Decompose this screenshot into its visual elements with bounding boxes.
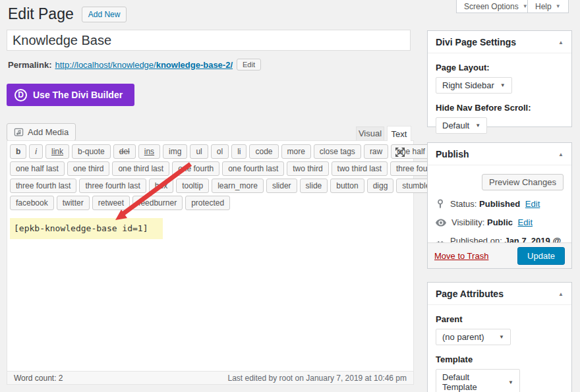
quicktag-digg[interactable]: digg	[367, 179, 394, 193]
quicktag-one-half-last[interactable]: one half last	[10, 161, 65, 176]
add-new-button[interactable]: Add New	[82, 7, 127, 22]
collapse-toggle-icon[interactable]: ▲	[558, 40, 564, 45]
fullscreen-expand-icon[interactable]	[395, 147, 405, 159]
update-button[interactable]: Update	[517, 247, 565, 265]
permalink-label: Permalink:	[8, 60, 51, 70]
collapse-toggle-icon[interactable]: ▲	[558, 291, 564, 297]
chevron-down-icon: ▼	[500, 82, 506, 88]
move-to-trash-link[interactable]: Move to Trash	[434, 251, 488, 261]
quicktags-toolbar: bilinkb-quotedelinsimgulollicodemoreclos…	[7, 141, 413, 214]
quicktag-retweet[interactable]: retweet	[92, 196, 130, 210]
media-icon	[14, 128, 24, 137]
quicktag-box[interactable]: box	[149, 179, 173, 193]
help-label: Help	[535, 2, 552, 11]
quicktag-protected[interactable]: protected	[185, 196, 230, 210]
eye-icon	[436, 219, 446, 227]
pin-status-icon	[436, 199, 445, 209]
visibility-label: Visibility:	[451, 217, 484, 227]
visibility-row: Visibility: Public Edit	[436, 217, 564, 227]
quicktag-close-tags[interactable]: close tags	[314, 144, 361, 159]
quicktag-one-third[interactable]: one third	[67, 161, 110, 176]
quicktag-facebook[interactable]: facebook	[10, 196, 54, 210]
publish-footer: Move to Trash Update	[428, 242, 571, 268]
permalink-edit-button[interactable]: Edit	[237, 59, 261, 70]
screen-options-label: Screen Options	[464, 2, 519, 11]
permalink-row: Permalink: http://localhost/knowledge/kn…	[8, 59, 261, 70]
quicktag-i[interactable]: i	[29, 144, 43, 159]
parent-label: Parent	[436, 314, 564, 324]
divi-panel-title: Divi Page Settings	[436, 37, 516, 47]
page-attributes-header[interactable]: Page Attributes ▲	[428, 283, 571, 305]
hide-nav-select[interactable]: Default ▼	[436, 117, 487, 134]
quicktag-two-third[interactable]: two third	[287, 161, 328, 176]
divi-page-settings-panel: Divi Page Settings ▲ Page Layout: Right …	[427, 30, 572, 127]
quicktag-one-third-last[interactable]: one third last	[112, 161, 169, 176]
quicktag-slide[interactable]: slide	[300, 179, 328, 193]
edit-status-link[interactable]: Edit	[525, 199, 540, 209]
page-attributes-title: Page Attributes	[436, 289, 504, 299]
quicktag-three-fourth-last[interactable]: three fourth last	[10, 179, 76, 193]
edit-visibility-link[interactable]: Edit	[518, 217, 533, 227]
quicktag-three-fourth-last[interactable]: three fourth last	[79, 179, 146, 193]
quicktag-b[interactable]: b	[10, 144, 26, 159]
divi-panel-header[interactable]: Divi Page Settings ▲	[428, 31, 571, 53]
post-title-input[interactable]	[7, 30, 411, 51]
chevron-down-icon: ▼	[499, 334, 504, 340]
word-count: Word count: 2	[14, 374, 63, 383]
quicktag-two-third-last[interactable]: two third last	[332, 161, 388, 176]
divi-logo-icon: D	[14, 89, 27, 101]
collapse-toggle-icon[interactable]: ▲	[558, 152, 564, 157]
tab-text[interactable]: Text	[387, 126, 411, 141]
parent-select[interactable]: (no parent) ▼	[436, 329, 511, 345]
quicktag-tooltip[interactable]: tooltip	[176, 179, 209, 193]
divi-button-label: Use The Divi Builder	[33, 90, 123, 100]
quicktag-learn_more[interactable]: learn_more	[212, 179, 264, 193]
quicktag-ins[interactable]: ins	[138, 144, 160, 159]
publish-panel-header[interactable]: Publish ▲	[428, 143, 571, 165]
page-layout-label: Page Layout:	[436, 63, 564, 72]
tab-visual[interactable]: Visual	[356, 126, 384, 141]
editor-statusbar: Word count: 2 Last edited by root on Jan…	[7, 371, 413, 384]
kb-shortcode-text: [epkb-knowledge-base id=1]	[10, 218, 163, 239]
publish-panel-title: Publish	[436, 149, 469, 159]
quicktag-raw[interactable]: raw	[364, 144, 388, 159]
quicktag-li[interactable]: li	[231, 144, 246, 159]
quicktag-more[interactable]: more	[281, 144, 311, 159]
quicktag-b-quote[interactable]: b-quote	[72, 144, 111, 159]
screen-options-button[interactable]: Screen Options ▼	[456, 0, 536, 13]
permalink-link[interactable]: http://localhost/knowledge/knowledge-bas…	[55, 60, 233, 70]
quicktag-one-fourth-last[interactable]: one fourth last	[222, 161, 284, 176]
chevron-down-icon: ▼	[475, 123, 480, 128]
use-divi-builder-button[interactable]: D Use The Divi Builder	[7, 84, 134, 106]
add-media-button[interactable]: Add Media	[7, 123, 76, 141]
visibility-value: Public	[487, 217, 513, 227]
quicktag-del[interactable]: del	[113, 144, 136, 159]
quicktag-link[interactable]: link	[45, 144, 69, 159]
page-title: Edit Page	[8, 5, 74, 23]
quicktag-one-fourth[interactable]: one fourth	[172, 161, 219, 176]
template-label: Template	[436, 354, 564, 364]
quicktag-slider[interactable]: slider	[266, 179, 297, 193]
quicktag-ul[interactable]: ul	[190, 144, 208, 159]
quicktag-button[interactable]: button	[330, 179, 364, 193]
quicktag-feedburner[interactable]: feedburner	[132, 196, 183, 210]
chevron-down-icon: ▼	[508, 379, 513, 385]
add-media-label: Add Media	[28, 127, 69, 137]
preview-changes-button[interactable]: Preview Changes	[482, 174, 564, 190]
publish-panel: Publish ▲ Preview Changes Status: Publis…	[427, 142, 572, 269]
status-label: Status:	[450, 199, 477, 209]
template-select[interactable]: Default Template ▼	[436, 369, 520, 392]
page-attributes-panel: Page Attributes ▲ Parent (no parent) ▼ T…	[427, 282, 572, 392]
quicktag-code[interactable]: code	[249, 144, 278, 159]
status-value: Published	[479, 199, 520, 209]
last-edited-text: Last edited by root on January 7, 2019 a…	[227, 374, 407, 383]
page-header: Edit Page Add New	[8, 5, 127, 23]
quicktag-ol[interactable]: ol	[211, 144, 229, 159]
page-layout-select[interactable]: Right Sidebar ▼	[436, 77, 512, 94]
editor-textarea[interactable]: [epkb-knowledge-base id=1]	[7, 214, 413, 374]
quicktag-img[interactable]: img	[163, 144, 187, 159]
help-button[interactable]: Help ▼	[527, 0, 569, 13]
quicktag-twitter[interactable]: twitter	[57, 196, 90, 210]
status-row: Status: Published Edit	[436, 199, 564, 209]
hide-nav-label: Hide Nav Before Scroll:	[436, 103, 564, 113]
